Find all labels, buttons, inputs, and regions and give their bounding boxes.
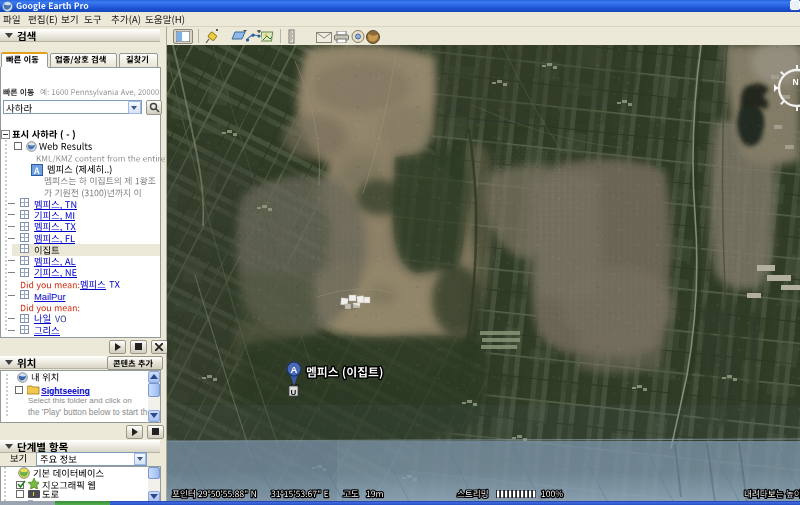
svg-text:A: A bbox=[291, 364, 298, 375]
svg-text:U: U bbox=[291, 388, 297, 397]
svg-text:N: N bbox=[793, 77, 799, 87]
svg-text:Sightseeing: Sightseeing bbox=[41, 386, 90, 396]
